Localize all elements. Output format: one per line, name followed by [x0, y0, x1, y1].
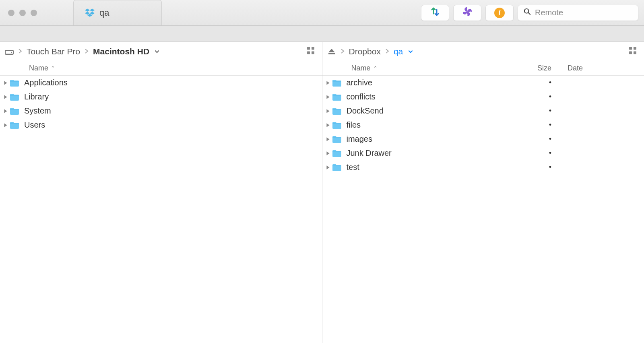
item-name: Applications [21, 78, 322, 87]
folder-icon [330, 79, 343, 87]
disclosure-triangle-icon[interactable] [322, 165, 330, 170]
item-name: Library [21, 92, 322, 101]
info-icon: i [494, 8, 505, 18]
item-size: • [515, 121, 559, 129]
eject-icon[interactable] [327, 48, 336, 55]
disclosure-triangle-icon[interactable] [322, 95, 330, 99]
item-name: archive [343, 78, 516, 87]
local-file-list: ApplicationsLibrarySystemUsers [0, 76, 322, 343]
local-columns-header: Name ⌃ [0, 61, 322, 76]
list-item[interactable]: test• [322, 160, 644, 174]
view-mode-toggle[interactable] [629, 46, 637, 56]
item-name: Users [21, 120, 322, 130]
disclosure-triangle-icon[interactable] [0, 123, 8, 128]
window-controls [0, 0, 37, 25]
column-size-label: Size [537, 64, 551, 72]
disclosure-triangle-icon[interactable] [322, 137, 330, 142]
column-name-label: Name [29, 64, 48, 72]
disclosure-triangle-icon[interactable] [0, 109, 8, 114]
folder-icon [330, 93, 343, 101]
item-size: • [515, 93, 559, 101]
list-item[interactable]: Library [0, 90, 322, 104]
list-item[interactable]: archive• [322, 76, 644, 90]
crumb-dropbox[interactable]: Dropbox [349, 47, 381, 56]
chevron-right-icon [18, 47, 23, 56]
column-size[interactable]: Size [515, 64, 559, 72]
chevron-right-icon [385, 47, 390, 56]
toolbar-right: i [421, 0, 638, 25]
sort-ascending-icon: ⌃ [51, 65, 55, 71]
remote-file-list: archive•conflicts•DockSend•files•images•… [322, 76, 644, 343]
disclosure-triangle-icon[interactable] [322, 109, 330, 114]
disclosure-triangle-icon[interactable] [322, 81, 330, 85]
disclosure-triangle-icon[interactable] [322, 151, 330, 156]
crumb-touch-bar-pro[interactable]: Touch Bar Pro [27, 47, 80, 56]
local-pane: Touch Bar Pro Macintosh HD Name ⌃ Applic… [0, 42, 322, 343]
activity-button[interactable] [453, 5, 481, 21]
column-date[interactable]: Date [559, 64, 644, 72]
tab-qa[interactable]: qa [73, 0, 162, 25]
titlebar: qa i [0, 0, 644, 26]
item-name: test [343, 163, 516, 172]
drive-icon[interactable] [5, 48, 14, 55]
column-name[interactable]: Name ⌃ [322, 64, 516, 72]
column-date-label: Date [568, 64, 583, 72]
chevron-right-icon [84, 47, 89, 56]
disclosure-triangle-icon[interactable] [0, 81, 8, 85]
list-item[interactable]: images• [322, 132, 644, 146]
item-size: • [515, 163, 559, 172]
item-size: • [515, 79, 559, 87]
tab-title: qa [99, 8, 109, 18]
folder-icon [330, 121, 343, 129]
list-item[interactable]: conflicts• [322, 90, 644, 104]
folder-icon [8, 121, 21, 129]
list-item[interactable]: files• [322, 118, 644, 132]
item-size: • [515, 135, 559, 143]
list-item[interactable]: DockSend• [322, 104, 644, 118]
column-name[interactable]: Name ⌃ [0, 64, 322, 72]
chevron-right-icon [340, 47, 345, 56]
remote-pane: Dropbox qa Name ⌃ Size Date archive•conf… [322, 42, 644, 343]
item-name: DockSend [343, 106, 516, 116]
folder-icon [330, 163, 343, 172]
item-size: • [515, 107, 559, 115]
path-dropdown-icon[interactable] [408, 47, 413, 56]
folder-icon [8, 79, 21, 87]
local-breadcrumb: Touch Bar Pro Macintosh HD [0, 42, 322, 61]
item-name: Junk Drawer [343, 149, 516, 158]
folder-icon [330, 135, 343, 143]
item-name: System [21, 106, 322, 116]
crumb-macintosh-hd[interactable]: Macintosh HD [93, 47, 149, 56]
minimize-window-button[interactable] [19, 10, 26, 16]
search-icon [524, 8, 531, 17]
column-name-label: Name [351, 64, 371, 72]
item-name: images [343, 134, 516, 144]
folder-icon [8, 107, 21, 115]
item-size: • [515, 149, 559, 157]
search-field-wrap[interactable] [518, 5, 638, 21]
remote-columns-header: Name ⌃ Size Date [322, 61, 644, 76]
dropbox-icon [85, 8, 95, 18]
info-button[interactable]: i [485, 5, 514, 21]
item-name: conflicts [343, 92, 516, 101]
close-window-button[interactable] [8, 10, 14, 16]
list-item[interactable]: Applications [0, 76, 322, 90]
crumb-qa[interactable]: qa [394, 47, 403, 56]
folder-icon [330, 149, 343, 157]
view-mode-toggle[interactable] [307, 46, 315, 56]
list-item[interactable]: Junk Drawer• [322, 146, 644, 160]
sync-arrows-icon [430, 6, 440, 19]
disclosure-triangle-icon[interactable] [322, 123, 330, 128]
zoom-window-button[interactable] [31, 10, 37, 16]
sync-button[interactable] [421, 5, 449, 21]
remote-breadcrumb: Dropbox qa [322, 42, 644, 61]
pinwheel-icon [462, 6, 473, 19]
path-dropdown-icon[interactable] [154, 47, 160, 56]
disclosure-triangle-icon[interactable] [0, 95, 8, 99]
search-input[interactable] [535, 8, 637, 17]
list-item[interactable]: Users [0, 118, 322, 132]
toolbar-subbar [0, 26, 644, 42]
folder-icon [8, 93, 21, 101]
item-name: files [343, 120, 516, 130]
list-item[interactable]: System [0, 104, 322, 118]
